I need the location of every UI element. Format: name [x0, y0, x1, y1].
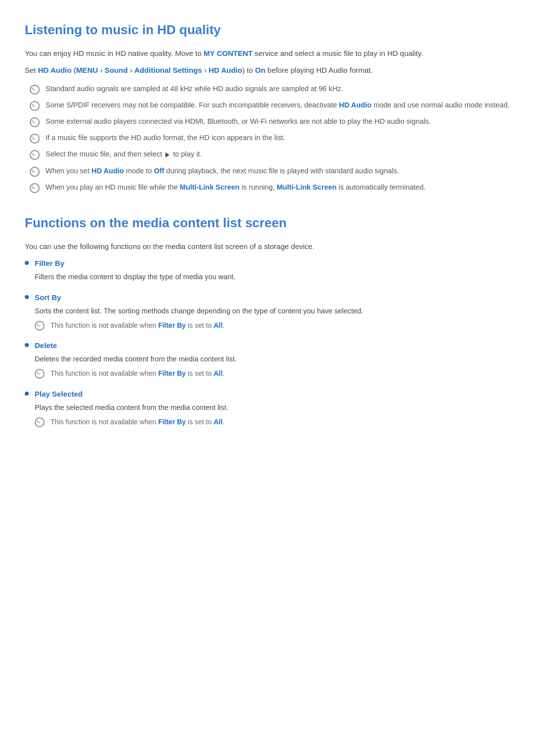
section1-intro: You can enjoy HD music in HD native qual…	[25, 48, 510, 59]
note-icon-4	[30, 133, 41, 144]
list-item-play-selected: Play Selected Plays the selected media c…	[25, 388, 510, 428]
note-item-7: When you play an HD music file while the…	[30, 182, 510, 193]
note-item-6: When you set HD Audio mode to Off during…	[30, 165, 510, 177]
note-item-2: Some S/PDIF receivers may not be compati…	[30, 100, 510, 111]
set-additional: Additional Settings	[134, 66, 202, 74]
note-item-4: If a music file supports the HD audio fo…	[30, 132, 510, 144]
delete-desc: Deletes the recorded media content from …	[35, 353, 510, 365]
intro-text-suffix: service and select a music file to play …	[255, 49, 423, 57]
play-selected-item: Play Selected	[25, 388, 510, 400]
list-item-filter-by: Filter By Filters the media content to d…	[25, 257, 510, 283]
delete-item: Delete	[25, 340, 510, 352]
delete-note: This function is not available when Filt…	[35, 368, 510, 379]
bullet-list: Filter By Filters the media content to d…	[25, 257, 510, 428]
note-text-3: Some external audio players connected vi…	[46, 116, 431, 127]
note-icon-1	[30, 84, 41, 95]
bullet-dot-filter-by	[25, 261, 29, 265]
note-text-1: Standard audio signals are sampled at 48…	[46, 83, 343, 95]
note-item-1: Standard audio signals are sampled at 48…	[30, 83, 510, 95]
sort-by-desc: Sorts the content list. The sorting meth…	[35, 305, 510, 317]
play-selected-note-text: This function is not available when Filt…	[51, 416, 224, 427]
section2-title: Functions on the media content list scre…	[25, 213, 510, 234]
bullet-dot-delete	[25, 343, 29, 347]
my-content-link[interactable]: MY CONTENT	[204, 49, 253, 57]
play-selected-label: Play Selected	[35, 388, 83, 400]
note-text-5: Select the music file, and then select t…	[46, 149, 202, 160]
set-hd-audio: HD Audio	[38, 66, 72, 74]
section1-title: Listening to music in HD quality	[25, 20, 510, 41]
note-text-6: When you set HD Audio mode to Off during…	[46, 165, 399, 177]
note-icon-6	[30, 166, 41, 177]
set-sound: Sound	[105, 66, 128, 74]
set-hd-audio2: HD Audio	[209, 66, 242, 74]
chevron2: ›	[130, 66, 134, 74]
chevron1: ›	[100, 66, 105, 74]
sort-by-note: This function is not available when Filt…	[35, 320, 510, 331]
play-selected-note: This function is not available when Filt…	[35, 416, 510, 427]
list-item-sort-by: Sort By Sorts the content list. The sort…	[25, 292, 510, 331]
note-text-4: If a music file supports the HD audio fo…	[46, 132, 285, 144]
sort-by-label: Sort By	[35, 292, 61, 303]
list-item-delete: Delete Deletes the recorded media conten…	[25, 340, 510, 379]
note-item-5: Select the music file, and then select t…	[30, 149, 510, 160]
note-icon-delete	[35, 368, 46, 379]
delete-label: Delete	[35, 340, 57, 352]
section-hd-quality: Listening to music in HD quality You can…	[25, 20, 510, 193]
play-selected-desc: Plays the selected media content from th…	[35, 402, 510, 413]
note-icon-play-selected	[35, 416, 46, 427]
filter-by-label: Filter By	[35, 257, 64, 269]
note-item-3: Some external audio players connected vi…	[30, 116, 510, 127]
filter-by-desc: Filters the media content to display the…	[35, 271, 510, 283]
set-on: On	[255, 66, 266, 74]
note-text-2: Some S/PDIF receivers may not be compati…	[46, 100, 510, 111]
chevron3: ›	[204, 66, 209, 74]
note-icon-sort-by	[35, 320, 46, 331]
note-icon-5	[30, 149, 41, 160]
note-text-7: When you play an HD music file while the…	[46, 182, 426, 193]
bullet-dot-play-selected	[25, 392, 29, 396]
bullet-dot-sort-by	[25, 295, 29, 299]
set-prefix: Set	[25, 66, 36, 74]
note-icon-7	[30, 182, 41, 193]
note-icon-2	[30, 100, 41, 111]
note-icon-3	[30, 116, 41, 127]
set-menu: MENU	[76, 66, 98, 74]
play-icon	[165, 152, 169, 157]
set-suffix: before playing HD Audio format.	[268, 66, 373, 74]
filter-by-item: Filter By	[25, 257, 510, 269]
section1-notes: Standard audio signals are sampled at 48…	[30, 83, 510, 193]
delete-note-text: This function is not available when Filt…	[51, 368, 224, 379]
section2-intro: You can use the following functions on t…	[25, 241, 510, 252]
sort-by-item: Sort By	[25, 292, 510, 303]
set-to: to	[247, 66, 255, 74]
section1-set-line: Set HD Audio (MENU › Sound › Additional …	[25, 64, 510, 76]
section-media-functions: Functions on the media content list scre…	[25, 213, 510, 428]
sort-by-note-text: This function is not available when Filt…	[51, 320, 224, 331]
intro-text-prefix: You can enjoy HD music in HD native qual…	[25, 49, 202, 57]
